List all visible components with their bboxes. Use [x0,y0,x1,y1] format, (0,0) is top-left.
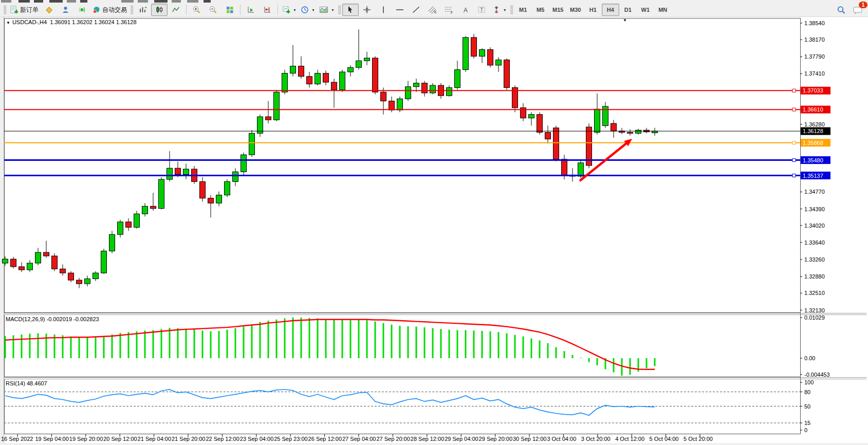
tile-windows-icon [226,6,234,14]
search-icon [837,6,846,14]
svg-text:16 Sep 2022: 16 Sep 2022 [1,436,33,442]
svg-text:1.35868: 1.35868 [803,140,823,146]
svg-text:22 Sep 12:00: 22 Sep 12:00 [206,436,239,442]
toolbar-grip [131,5,133,14]
text-label-tool-button[interactable]: T [474,4,490,16]
signal-icon [78,6,86,14]
chart-window: 1.385401.381701.377901.374101.362801.347… [0,17,868,445]
chart-shift-button[interactable] [259,4,275,16]
svg-text:27 Sep 20:00: 27 Sep 20:00 [376,436,410,442]
svg-text:15: 15 [804,420,810,426]
notification-count-badge: 1 [859,2,867,8]
svg-text:3 Oct 20:00: 3 Oct 20:00 [581,436,611,442]
timeframe-m5-button[interactable]: M5 [532,4,549,16]
timeframe-mn-button[interactable]: MN [654,4,672,16]
history-button[interactable] [41,4,57,16]
period-button[interactable]: ▼ [299,4,317,16]
signals-button[interactable] [73,4,90,16]
vertical-line-tool-button[interactable] [375,4,392,16]
arrows-tool-button[interactable]: ▼ [490,4,509,16]
svg-text:0.01029: 0.01029 [804,314,825,321]
svg-text:1.32880: 1.32880 [804,273,825,280]
text-tool-button[interactable]: A [457,4,474,16]
fibonacci-tool-button[interactable]: F [441,4,457,16]
svg-text:25 Sep 23:00: 25 Sep 23:00 [274,436,307,442]
horizontal-line-icon [395,6,404,14]
chevron-down-icon: ▼ [331,8,335,12]
mt4-terminal-window: 新订单 自动交易 [0,0,868,445]
svg-text:29 Sep 20:00: 29 Sep 20:00 [479,436,512,442]
svg-text:1.37033: 1.37033 [803,87,823,94]
svg-text:23 Sep 04:00: 23 Sep 04:00 [240,436,273,442]
chart-scroll-marker[interactable]: ▼ [623,18,627,23]
auto-scroll-icon [247,6,255,14]
auto-scroll-button[interactable] [243,4,259,16]
timeframe-m15-button[interactable]: M15 [549,4,567,16]
new-order-icon [10,6,19,14]
line-chart-button[interactable] [168,4,184,16]
zoom-out-button[interactable] [205,4,221,16]
chevron-down-icon: ▼ [311,8,315,12]
tile-windows-button[interactable] [221,4,238,16]
templates-button[interactable]: ▼ [317,4,337,16]
svg-text:80: 80 [804,389,810,395]
svg-text:1.34020: 1.34020 [804,222,825,229]
cursor-tool-button[interactable] [342,4,359,16]
svg-text:1.32130: 1.32130 [804,307,825,313]
candlestick-chart-icon [155,6,164,14]
horizontal-line-tool-button[interactable] [392,4,408,16]
new-order-button[interactable]: 新订单 [8,4,41,16]
svg-text:1.34390: 1.34390 [804,206,825,212]
svg-text:F: F [451,11,453,14]
svg-text:19 Sep 04:00: 19 Sep 04:00 [35,436,68,442]
svg-text:A: A [464,7,468,14]
crosshair-tool-button[interactable] [359,4,375,16]
notifications-button[interactable]: 1 [849,4,866,16]
timeframe-m30-button[interactable]: M30 [567,4,584,16]
equidistant-channel-icon: E [428,6,437,14]
auto-trading-button[interactable]: 自动交易 [90,4,129,16]
svg-text:-0.004453: -0.004453 [804,372,830,378]
clock-icon [301,6,309,14]
vertical-line-icon [380,6,386,14]
svg-text:29 Sep 04:00: 29 Sep 04:00 [445,436,478,442]
svg-text:3 Oct 04:00: 3 Oct 04:00 [547,436,576,442]
trendline-tool-button[interactable] [408,4,424,16]
timeframe-h1-button[interactable]: H1 [584,4,602,16]
bar-chart-button[interactable] [135,4,151,16]
svg-text:19 Sep 20:00: 19 Sep 20:00 [69,436,103,442]
zoom-in-button[interactable] [189,4,205,16]
search-button[interactable] [833,4,849,16]
svg-text:1.38170: 1.38170 [804,36,825,43]
timeframe-m1-button[interactable]: M1 [514,4,532,16]
gold-diamond-icon [45,6,53,14]
bar-chart-icon [139,6,147,14]
svg-text:28 Sep 12:00: 28 Sep 12:00 [411,436,444,442]
equidistant-channel-tool-button[interactable]: E [424,4,441,16]
chart-shift-icon [263,6,272,14]
svg-text:0: 0 [804,427,807,433]
svg-text:1.33260: 1.33260 [804,256,825,263]
candlestick-chart-button[interactable] [151,4,168,16]
chart-canvas[interactable]: 1.385401.381701.377901.374101.362801.347… [0,17,868,445]
chevron-down-icon: ▼ [503,8,507,12]
svg-text:50: 50 [804,403,810,410]
svg-text:5 Oct 04:00: 5 Oct 04:00 [650,436,679,442]
profile-button[interactable] [57,4,73,16]
zoom-in-icon [192,6,201,14]
new-order-label: 新订单 [20,6,39,14]
timeframe-d1-button[interactable]: D1 [619,4,637,16]
svg-text:1.35480: 1.35480 [803,157,823,163]
svg-text:1.36610: 1.36610 [803,106,823,113]
svg-text:1.33640: 1.33640 [804,239,825,246]
price-line-badge: 1.37033 [801,87,830,95]
svg-text:26 Sep 12:00: 26 Sep 12:00 [308,436,342,442]
new-chart-button[interactable]: ▼ [280,4,299,16]
price-line-badge: 1.36128 [801,127,830,135]
svg-text:5 Oct 20:00: 5 Oct 20:00 [684,436,713,442]
timeframe-w1-button[interactable]: W1 [637,4,654,16]
templates-icon [319,6,329,14]
svg-text:21 Sep 04:00: 21 Sep 04:00 [138,436,171,442]
line-chart-icon [172,6,180,14]
timeframe-h4-button[interactable]: H4 [602,4,619,16]
